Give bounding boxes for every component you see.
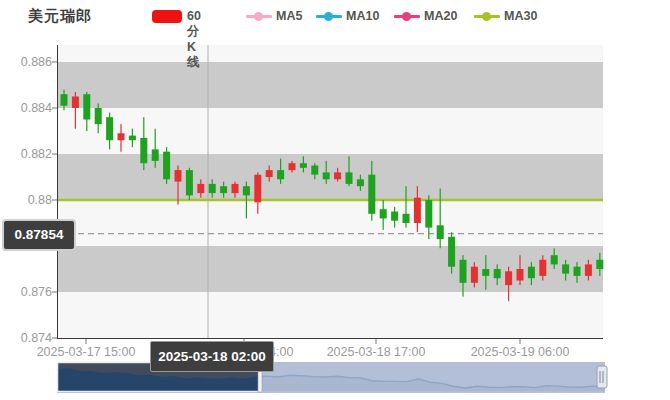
price-chart-canvas[interactable] <box>0 0 670 400</box>
crosshair-time-tooltip: 2025-03-18 02:00 <box>150 341 274 372</box>
legend-item-kline[interactable]: 60分K线 <box>187 9 201 71</box>
page-title: 美元瑞郎 <box>28 7 92 26</box>
legend-item-ma5[interactable]: MA5 <box>276 9 302 23</box>
legend-item-ma30[interactable]: MA30 <box>504 9 537 23</box>
x-tick-0317-1500: 2025-03-17 15:00 <box>26 345 146 359</box>
y-tick-0874: 0.874 <box>2 331 52 345</box>
x-tick-0319-0600: 2025-03-19 06:00 <box>460 345 580 359</box>
ma20-dot-icon <box>402 12 411 21</box>
candle[interactable] <box>186 168 193 200</box>
plot-bands <box>58 45 603 338</box>
y-tick-0882: 0.882 <box>2 147 52 161</box>
navigator-handle-right[interactable] <box>597 366 607 388</box>
navigator[interactable] <box>57 362 607 393</box>
y-tick-0884: 0.884 <box>2 101 52 115</box>
y-tick-088: 0.88 <box>2 193 52 207</box>
ma5-dot-icon <box>254 12 263 21</box>
kline-swatch-icon <box>152 10 182 23</box>
kline-chart-window: 美元瑞郎 60分K线 MA5 MA10 MA20 MA30 0.886 0.88… <box>0 0 670 400</box>
ma30-dot-icon <box>482 12 491 21</box>
ma10-dot-icon <box>324 12 333 21</box>
legend-item-ma20[interactable]: MA20 <box>424 9 457 23</box>
x-tick-0318-1700: 2025-03-18 17:00 <box>316 345 436 359</box>
y-tick-0876: 0.876 <box>2 285 52 299</box>
current-price-label: 0.87854 <box>2 219 76 251</box>
y-tick-0886: 0.886 <box>2 55 52 69</box>
legend-item-ma10[interactable]: MA10 <box>346 9 379 23</box>
candle[interactable] <box>163 147 170 184</box>
